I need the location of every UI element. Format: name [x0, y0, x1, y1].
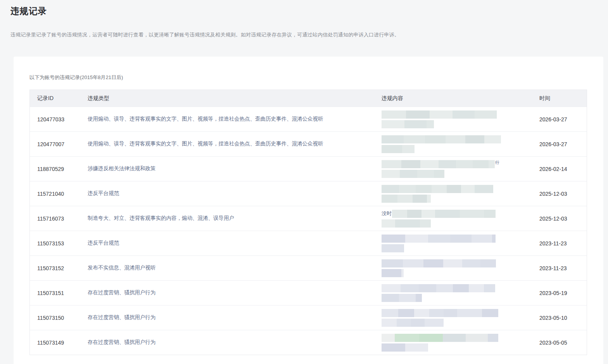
redaction-segment	[425, 135, 446, 143]
record-id: 120477033	[30, 116, 88, 122]
violation-date: 2026-03-27	[539, 141, 587, 147]
redaction-segment	[406, 110, 430, 119]
violation-table: 记录ID 违规类型 违规内容 时间 120477033 使用煽动、误导、违背客观…	[29, 90, 587, 355]
redacted-content-line	[382, 195, 539, 203]
redaction-segment	[401, 160, 420, 168]
table-row: 115073152 发布不实信息、混淆用户视听 2023-11-23	[30, 255, 587, 280]
redacted-content-line: 没时	[382, 210, 539, 218]
record-id: 118870529	[30, 166, 88, 172]
records-panel: 以下为账号的违规记录(2015年8月21日后) 记录ID 违规类型 违规内容 时…	[14, 57, 603, 364]
redacted-content-line	[382, 135, 539, 143]
redacted-content-line	[382, 170, 539, 178]
violation-date: 2025-12-03	[539, 216, 587, 222]
redacted-content-line	[382, 319, 539, 327]
violation-type: 涉嫌违反相关法律法规和政策	[88, 165, 382, 173]
redaction-segment	[405, 343, 428, 352]
redacted-content-line	[382, 259, 539, 267]
redaction-segment	[382, 319, 397, 327]
table-header-row: 记录ID 违规类型 违规内容 时间	[30, 90, 587, 107]
redaction-segment	[439, 160, 456, 168]
page-title: 违规记录	[10, 5, 608, 17]
redaction-segment	[465, 135, 484, 143]
table-row: 115721040 违反平台规范 2025-12-03	[30, 181, 587, 206]
content-peek-text: 行	[495, 160, 499, 166]
violation-date: 2023-05-05	[539, 340, 587, 346]
redaction-segment	[453, 284, 469, 292]
violation-type: 存在过度营销、骚扰用户行为	[88, 314, 382, 321]
redaction-segment	[421, 210, 435, 218]
redacted-content-line	[382, 185, 539, 193]
redaction-segment	[382, 259, 403, 267]
redaction-segment	[382, 170, 400, 178]
redaction-segment	[417, 170, 434, 178]
redaction-segment	[419, 334, 443, 342]
redacted-content-line	[382, 219, 539, 228]
table-body: 120477033 使用煽动、误导、违背客观事实的文字、图片、视频等，捏造社会热…	[30, 107, 587, 355]
redaction-segment	[427, 120, 434, 128]
redacted-content-line	[382, 294, 539, 302]
redaction-segment	[403, 259, 423, 267]
record-id: 115721040	[30, 191, 88, 197]
redaction-segment	[382, 120, 404, 128]
redaction-segment	[420, 219, 431, 228]
redaction-segment	[399, 185, 416, 193]
redaction-segment	[450, 235, 472, 243]
record-id: 115073150	[30, 315, 88, 321]
redaction-segment	[444, 309, 457, 317]
redaction-segment	[456, 160, 473, 168]
redaction-segment	[457, 309, 482, 317]
table-row: 115716073 制造夸大、对立、违背客观事实的内容，煽动、混淆、误导用户 没…	[30, 206, 587, 231]
redaction-segment	[382, 219, 395, 228]
redaction-segment	[460, 210, 484, 218]
redaction-segment	[382, 185, 399, 193]
redaction-segment	[447, 185, 461, 193]
record-id: 115073153	[30, 240, 88, 247]
redaction-segment	[429, 309, 444, 317]
violation-content-redacted	[382, 334, 539, 352]
violation-content-redacted	[382, 185, 539, 203]
redaction-segment	[404, 135, 425, 143]
redaction-segment	[382, 160, 401, 168]
redaction-segment	[443, 259, 462, 267]
violation-content-redacted: 行	[382, 160, 539, 178]
redaction-segment	[428, 235, 450, 243]
redaction-segment	[401, 269, 404, 277]
column-header-record-id: 记录ID	[30, 95, 88, 102]
redaction-segment	[400, 170, 417, 178]
column-header-time: 时间	[539, 95, 587, 102]
redaction-segment	[446, 135, 465, 143]
violation-date: 2023-05-19	[539, 290, 587, 296]
redaction-segment	[382, 269, 401, 277]
violation-content-redacted	[382, 284, 539, 302]
violation-content-redacted: 没时	[382, 210, 539, 228]
violation-type: 使用煽动、误导、违背客观事实的文字、图片、视频等，捏造社会热点、歪曲历史事件、混…	[88, 115, 382, 123]
record-id: 115073149	[30, 340, 88, 346]
redaction-segment	[382, 309, 398, 317]
redacted-content-line	[382, 120, 539, 128]
redaction-segment	[404, 120, 427, 128]
redaction-segment	[434, 170, 444, 178]
violation-type: 使用煽动、误导、违背客观事实的文字、图片、视频等，捏造社会热点、歪曲历史事件、混…	[88, 140, 382, 148]
redaction-segment	[430, 110, 453, 119]
redaction-segment	[473, 160, 489, 168]
redaction-segment	[382, 244, 404, 252]
redaction-segment	[407, 210, 421, 218]
redaction-segment	[492, 235, 496, 243]
redaction-segment	[416, 294, 422, 302]
redaction-segment	[435, 210, 460, 218]
panel-subtitle: 以下为账号的违规记录(2015年8月21日后)	[29, 74, 603, 81]
redaction-segment	[404, 244, 404, 252]
redaction-segment	[398, 309, 414, 317]
redaction-segment	[443, 334, 466, 342]
column-header-violation-type: 违规类型	[88, 95, 382, 102]
table-row: 120477007 使用煽动、误导、违背客观事实的文字、图片、视频等，捏造社会热…	[30, 131, 587, 156]
redaction-segment	[475, 110, 496, 119]
redaction-segment	[496, 110, 497, 119]
redaction-segment	[461, 185, 475, 193]
redaction-segment	[466, 334, 488, 342]
violation-content-redacted	[382, 110, 539, 128]
redaction-segment	[469, 284, 484, 292]
redaction-segment	[411, 319, 425, 327]
redaction-segment	[484, 210, 496, 218]
redaction-segment	[382, 294, 399, 302]
